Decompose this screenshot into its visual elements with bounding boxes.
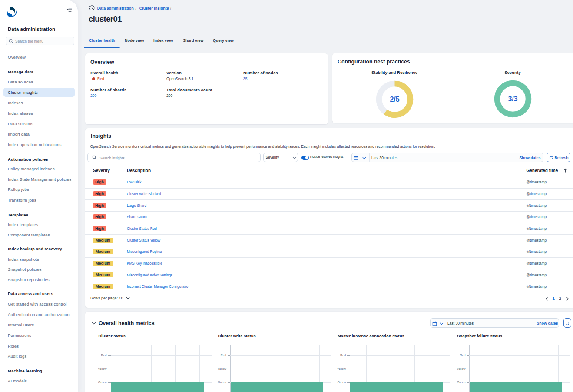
svg-text:3/3: 3/3 [508,95,517,103]
svg-text:2/5: 2/5 [390,96,399,103]
